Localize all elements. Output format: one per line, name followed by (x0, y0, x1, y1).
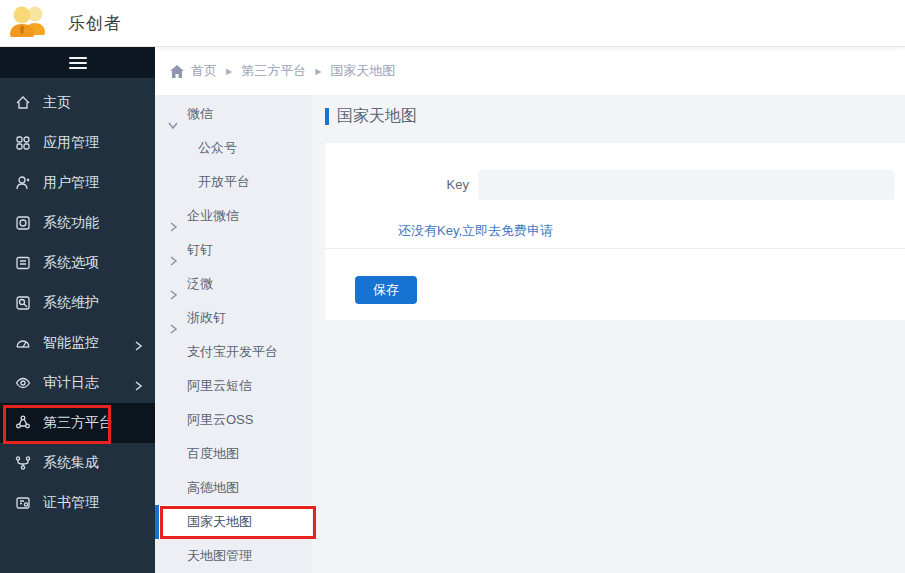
key-label: Key (325, 170, 478, 200)
apps-icon (15, 135, 31, 151)
sidebar-collapse-button[interactable] (0, 47, 155, 78)
system-function-icon (15, 215, 31, 231)
third-party-icon (15, 415, 31, 431)
submenu-item-label: 泛微 (187, 276, 213, 291)
sidebar-item-label: 用户管理 (43, 174, 99, 192)
card-divider (325, 248, 905, 249)
sidebar-item-system-integration[interactable]: 系统集成 (0, 443, 155, 483)
submenu-item-tianditu[interactable]: 国家天地图 (155, 505, 312, 539)
submenu-item-amap[interactable]: 高德地图 (155, 471, 312, 505)
chevron-right-icon (168, 245, 178, 255)
integration-icon (15, 455, 31, 471)
page-title-text: 国家天地图 (337, 106, 417, 127)
submenu-item-baidu-map[interactable]: 百度地图 (155, 437, 312, 471)
chevron-right-icon (168, 313, 178, 323)
sidebar-item-user-management[interactable]: 用户管理 (0, 163, 155, 203)
home-icon (15, 95, 31, 111)
main-content: 国家天地图 Key 还没有Key,立即去免费申请 保存 (312, 95, 905, 573)
primary-nav: 主页 应用管理 用户管理 系统功能 系统选项 (0, 78, 155, 523)
settings-card: Key 还没有Key,立即去免费申请 保存 (325, 143, 905, 320)
app-logo-users-icon (8, 3, 50, 43)
sidebar-item-system-options[interactable]: 系统选项 (0, 243, 155, 283)
breadcrumb: 首页 ▶ 第三方平台 ▶ 国家天地图 (155, 47, 905, 95)
user-icon (15, 175, 31, 191)
chevron-right-icon (133, 378, 143, 388)
audit-log-icon (15, 375, 31, 391)
hamburger-icon (69, 54, 87, 72)
submenu-item-label: 企业微信 (187, 208, 239, 223)
submenu-item-label: 开放平台 (198, 174, 250, 189)
submenu-item-dingtalk[interactable]: 钉钉 (155, 233, 312, 267)
sidebar-item-audit-log[interactable]: 审计日志 (0, 363, 155, 403)
top-header: 乐创者 (0, 0, 905, 47)
submenu-item-aliyun-oss[interactable]: 阿里云OSS (155, 403, 312, 437)
system-options-icon (15, 255, 31, 271)
sidebar-item-label: 系统集成 (43, 454, 99, 472)
breadcrumb-separator-icon: ▶ (226, 67, 232, 76)
submenu-item-label: 百度地图 (187, 446, 239, 461)
home-icon (170, 65, 191, 78)
sidebar-item-smart-monitoring[interactable]: 智能监控 (0, 323, 155, 363)
app-name: 乐创者 (68, 12, 122, 35)
submenu-item-zhezhengding[interactable]: 浙政钉 (155, 301, 312, 335)
key-input[interactable] (478, 170, 895, 200)
submenu-item-label: 阿里云短信 (187, 378, 252, 393)
submenu-item-label: 微信 (187, 106, 213, 121)
submenu-item-tianditu-management[interactable]: 天地图管理 (155, 539, 312, 573)
sidebar-item-label: 应用管理 (43, 134, 99, 152)
sidebar-item-label: 智能监控 (43, 334, 99, 352)
submenu-item-label: 浙政钉 (187, 310, 226, 325)
secondary-sidebar: 微信 公众号 开放平台 企业微信 钉钉 泛微 浙政钉 支付宝开发平台 阿里云短信 (155, 95, 312, 573)
chevron-right-icon (168, 211, 178, 221)
save-button[interactable]: 保存 (355, 276, 417, 304)
sidebar-item-label: 主页 (43, 94, 71, 112)
submenu-item-official-account[interactable]: 公众号 (155, 131, 312, 165)
submenu-item-aliyun-sms[interactable]: 阿里云短信 (155, 369, 312, 403)
system-maintenance-icon (15, 295, 31, 311)
sidebar-item-app-management[interactable]: 应用管理 (0, 123, 155, 163)
submenu-item-alipay-open-platform[interactable]: 支付宝开发平台 (155, 335, 312, 369)
title-accent-bar (325, 108, 329, 125)
submenu-item-fanwei[interactable]: 泛微 (155, 267, 312, 301)
submenu-item-label: 高德地图 (187, 480, 239, 495)
primary-sidebar: 主页 应用管理 用户管理 系统功能 系统选项 (0, 47, 155, 573)
chevron-down-icon (168, 109, 178, 119)
key-form-row: Key (325, 170, 895, 200)
sidebar-item-third-party-platform[interactable]: 第三方平台 (0, 403, 155, 443)
sidebar-item-label: 审计日志 (43, 374, 99, 392)
submenu-item-label: 钉钉 (187, 242, 213, 257)
submenu-item-label: 天地图管理 (187, 548, 252, 563)
sidebar-item-certificate-management[interactable]: 证书管理 (0, 483, 155, 523)
sidebar-item-label: 第三方平台 (43, 414, 113, 432)
sidebar-item-system-maintenance[interactable]: 系统维护 (0, 283, 155, 323)
breadcrumb-separator-icon: ▶ (315, 67, 321, 76)
sidebar-item-label: 系统功能 (43, 214, 99, 232)
submenu-item-label: 阿里云OSS (187, 412, 253, 427)
monitor-icon (15, 335, 31, 351)
sidebar-item-label: 系统选项 (43, 254, 99, 272)
submenu-item-label: 支付宝开发平台 (187, 344, 278, 359)
breadcrumb-item-home[interactable]: 首页 (191, 62, 217, 80)
breadcrumb-item-current: 国家天地图 (330, 62, 395, 80)
submenu-item-label: 公众号 (198, 140, 237, 155)
chevron-right-icon (168, 279, 178, 289)
page-title: 国家天地图 (325, 106, 417, 127)
sidebar-item-system-functions[interactable]: 系统功能 (0, 203, 155, 243)
sidebar-item-label: 证书管理 (43, 494, 99, 512)
apply-key-link[interactable]: 还没有Key,立即去免费申请 (398, 222, 553, 240)
submenu-item-label: 国家天地图 (187, 514, 252, 529)
submenu-item-wechat[interactable]: 微信 (155, 97, 312, 131)
submenu-item-wecom[interactable]: 企业微信 (155, 199, 312, 233)
sidebar-item-home[interactable]: 主页 (0, 83, 155, 123)
chevron-right-icon (133, 338, 143, 348)
certificate-icon (15, 495, 31, 511)
sidebar-item-label: 系统维护 (43, 294, 99, 312)
breadcrumb-item-third-party[interactable]: 第三方平台 (241, 62, 306, 80)
submenu-item-open-platform[interactable]: 开放平台 (155, 165, 312, 199)
